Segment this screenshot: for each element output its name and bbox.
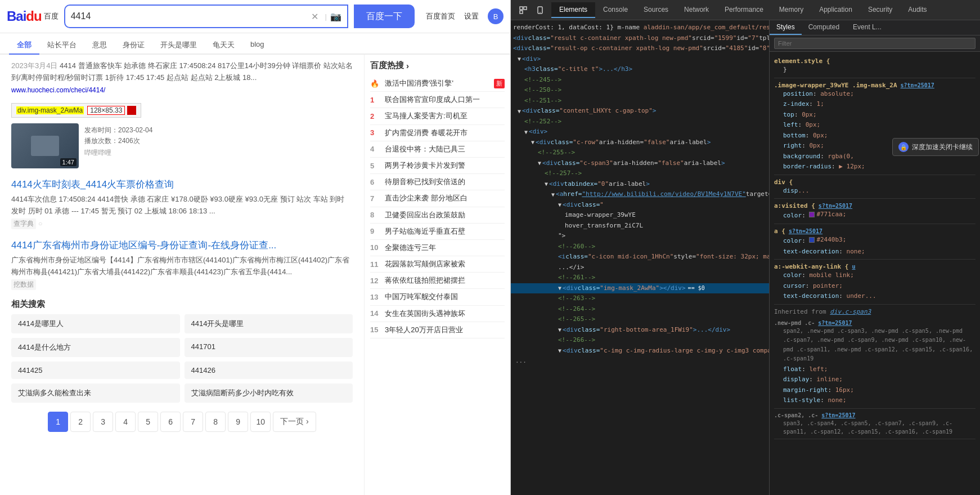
- hot-rank-8: 8: [370, 211, 381, 219]
- dt-tab-elements[interactable]: Elements: [551, 2, 595, 18]
- nav-tab-all[interactable]: 全部: [9, 37, 39, 55]
- hot-text-3: 扩内需促消费 春暖花开市: [385, 128, 505, 138]
- header-settings-link[interactable]: 设置: [464, 11, 479, 21]
- devtools-mobile-icon[interactable]: [532, 2, 548, 18]
- header-links: 百度首页 设置 B: [426, 8, 504, 24]
- page-btn-6[interactable]: 6: [160, 412, 181, 432]
- related-item-0[interactable]: 4414是哪里人: [11, 314, 180, 333]
- svg-rect-1: [524, 7, 527, 10]
- hot-item-9[interactable]: 9 男子站临海近乎垂直石壁: [370, 224, 505, 240]
- hot-text-12: 蒋依依红毯拍照把裙摆拦: [385, 275, 505, 286]
- search-button[interactable]: 百度一下: [354, 5, 415, 28]
- inherited-from-link[interactable]: div.c-span3: [830, 308, 871, 315]
- hot-item-11[interactable]: 11 花园落款写颠倒店家被索: [370, 256, 505, 273]
- styles-tab-computed[interactable]: Computed: [802, 20, 846, 35]
- page-next-btn[interactable]: 下一页 ›: [273, 412, 316, 432]
- search-camera-icon[interactable]: 📷: [330, 11, 341, 22]
- logo-zh: 百度: [44, 11, 59, 21]
- hot-item-8[interactable]: 8 卫健委回应出台政策鼓励: [370, 207, 505, 224]
- nav-tab-guitiantian[interactable]: 龟天天: [205, 37, 242, 55]
- style-rule-header-webkit-link: a:-webkit-any-link { u: [774, 263, 975, 270]
- result-title-3[interactable]: 4414火车时刻表_4414火车票价格查询: [11, 179, 174, 190]
- styles-tab-event-listeners[interactable]: Event L...: [846, 20, 888, 35]
- pagination: 1 2 3 4 5 6 7 8 9 10 下一页 ›: [11, 403, 353, 441]
- hot-item-6[interactable]: 6 待朋音称已找到安倍送的: [370, 174, 505, 190]
- hot-item-1[interactable]: 1 联合国将官宣印度成人口第一: [370, 92, 505, 108]
- page-btn-9[interactable]: 9: [228, 412, 248, 432]
- hot-item-2[interactable]: 2 宝马撞人案受害方:司机至: [370, 108, 505, 124]
- hot-item-14[interactable]: 14 女生在英国街头遇神族坏: [370, 306, 505, 322]
- styles-filter-input[interactable]: [774, 38, 975, 49]
- devtools-inspect-icon[interactable]: [515, 2, 531, 18]
- hot-item-7[interactable]: 7 直击沙尘来袭 部分地区白: [370, 190, 505, 207]
- styles-tab-styles[interactable]: Styles: [770, 20, 802, 35]
- page-btn-7[interactable]: 7: [183, 412, 203, 432]
- svg-rect-0: [520, 7, 523, 10]
- dt-tab-application[interactable]: Application: [811, 2, 860, 18]
- related-item-7[interactable]: 艾滋病阻断药多少小时内吃有效: [185, 383, 353, 403]
- image-result-tag[interactable]: div.img-mask_2AwMa 128×85.33: [11, 103, 141, 118]
- style-source-a[interactable]: s?tn=25017: [789, 228, 822, 234]
- dt-tab-network[interactable]: Network: [676, 2, 717, 18]
- dt-tab-console[interactable]: Console: [595, 2, 636, 18]
- hot-item-4[interactable]: 4 台退役中将：大陆已具三: [370, 141, 505, 158]
- hot-item-13[interactable]: 13 中国万吨军舰交付泰国: [370, 289, 505, 305]
- style-source-inherited-2[interactable]: s?tn=25017: [821, 412, 855, 418]
- search-input[interactable]: [71, 11, 311, 21]
- dt-tab-memory[interactable]: Memory: [771, 2, 811, 18]
- style-source-webkit-link[interactable]: u: [852, 264, 855, 270]
- result-title-4[interactable]: 4414广东省梅州市身份证地区编号-身份证查询-在线身份证查...: [11, 240, 276, 251]
- nav-tab-shenfenzheng[interactable]: 身份证: [115, 37, 152, 55]
- style-source-inherited-1[interactable]: s?tn=25017: [818, 320, 852, 326]
- hot-item-3[interactable]: 3 扩内需促消费 春暖花开市: [370, 125, 505, 141]
- dom-line: <!--252-->: [511, 117, 769, 127]
- header-home-link[interactable]: 百度首页: [426, 11, 455, 21]
- related-item-5[interactable]: 441426: [185, 362, 353, 379]
- nav-tab-blog[interactable]: blog: [242, 37, 272, 55]
- dom-line: ▼<div class="c-img c-img-radius-large c-…: [511, 346, 769, 356]
- style-rule-header-a: a { s?tn=25017: [774, 228, 975, 235]
- styles-tabs: Styles Computed Event L...: [770, 20, 980, 35]
- style-prop-display: disp...: [774, 186, 975, 197]
- related-item-2[interactable]: 4414是什么地方: [11, 338, 180, 357]
- hot-text-fire: 激活中国消费'强引擎': [385, 78, 492, 88]
- hot-item-10[interactable]: 10 全聚德连亏三年: [370, 240, 505, 256]
- page-btn-5[interactable]: 5: [138, 412, 158, 432]
- dt-tab-performance[interactable]: Performance: [717, 2, 771, 18]
- related-item-1[interactable]: 4414开头是哪里: [185, 314, 353, 333]
- page-btn-8[interactable]: 8: [205, 412, 226, 432]
- dom-line: <!--245-->: [511, 75, 769, 86]
- related-item-3[interactable]: 441701: [185, 338, 353, 357]
- page-btn-2[interactable]: 2: [70, 412, 91, 432]
- page-btn-10[interactable]: 10: [250, 412, 271, 432]
- dom-line: <!--250-->: [511, 85, 769, 96]
- tooltip-overlay: 🔒 深度加速关闭卡继续: [892, 138, 979, 156]
- logo-text: Baidu: [7, 8, 42, 24]
- style-rule-header-inherited-2: .c-span2, .c- s?tn=25017: [774, 412, 975, 418]
- hot-text-5: 两男子柃涉黄卡片发到警: [385, 160, 505, 171]
- nav-tab-yisi[interactable]: 意思: [84, 37, 115, 55]
- dom-line: <h3 class="c-title t">...</h3>: [511, 64, 769, 75]
- dt-tab-audits[interactable]: Audits: [900, 2, 934, 18]
- page-btn-4[interactable]: 4: [115, 412, 136, 432]
- user-avatar[interactable]: B: [488, 8, 504, 24]
- nav-tab-zhanzhang[interactable]: 站长平台: [39, 37, 84, 55]
- page-btn-1[interactable]: 1: [48, 412, 68, 432]
- search-clear-icon[interactable]: ✕: [311, 11, 318, 22]
- style-source-a-visited[interactable]: s?tn=25017: [819, 203, 852, 209]
- hot-text-6: 待朋音称已找到安倍送的: [385, 177, 505, 187]
- page-btn-3[interactable]: 3: [93, 412, 113, 432]
- dt-tab-sources[interactable]: Sources: [636, 2, 676, 18]
- hot-more-icon[interactable]: ›: [406, 61, 409, 70]
- hot-item-12[interactable]: 12 蒋依依红毯拍照把裙摆拦: [370, 273, 505, 289]
- nav-tab-kaishinalier[interactable]: 开头是哪里: [152, 37, 205, 55]
- hot-item-15[interactable]: 15 3年轻人20万开店日营业: [370, 322, 505, 338]
- related-item-6[interactable]: 艾滋病多久能检查出来: [11, 383, 180, 403]
- hot-item-fire[interactable]: 🔥 激活中国消费'强引擎' 新: [370, 75, 505, 92]
- related-item-4[interactable]: 441425: [11, 362, 180, 379]
- style-source-img-mask[interactable]: s?tn=25017: [901, 82, 934, 88]
- video-plays: 播放次数：2406次: [84, 136, 152, 146]
- hot-item-5[interactable]: 5 两男子柃涉黄卡片发到警: [370, 158, 505, 174]
- hot-rank-15: 15: [370, 325, 381, 334]
- dt-tab-security[interactable]: Security: [860, 2, 900, 18]
